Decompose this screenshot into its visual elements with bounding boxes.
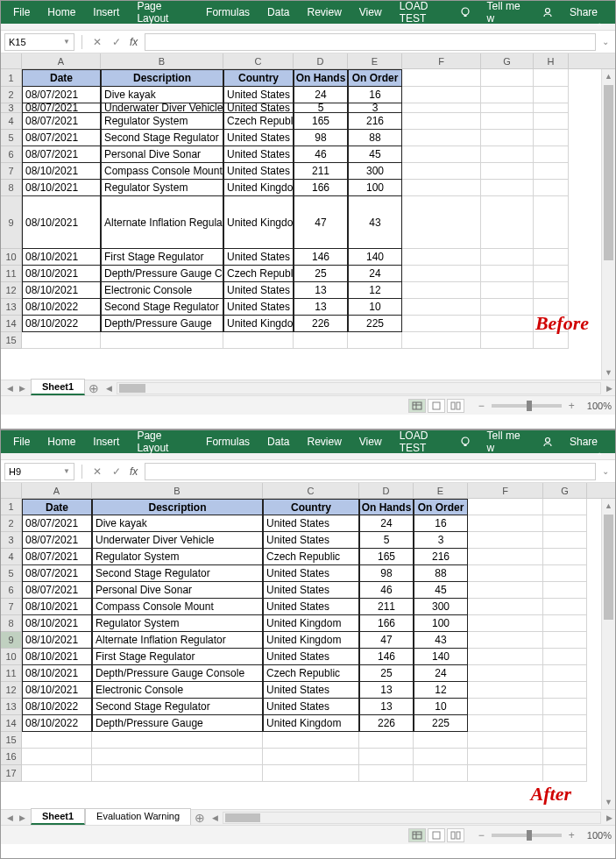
chevron-down-icon[interactable]: ▼ [63,38,70,46]
row-header-15[interactable]: 15 [1,732,22,749]
scroll-left-icon[interactable]: ◀ [209,813,221,822]
column-header-C[interactable]: C [263,483,359,498]
cell-G12[interactable] [543,682,587,699]
cell-C10[interactable]: United States [223,249,294,266]
cell-D15[interactable] [294,332,348,349]
fx-icon[interactable]: fx [130,36,138,48]
cell-F5[interactable] [402,130,481,146]
cell-C2[interactable]: United States [263,515,359,532]
cell-F5[interactable] [468,565,543,582]
cell-A16[interactable] [22,749,92,765]
cell-G4[interactable] [543,549,587,565]
cell-G2[interactable] [543,515,587,532]
cell-B15[interactable] [92,732,263,749]
page-break-view-button[interactable] [447,828,464,842]
cell-G15[interactable] [543,732,587,749]
cell-D12[interactable]: 13 [294,282,348,299]
row-header-1[interactable]: 1 [1,69,22,87]
row-header-12[interactable]: 12 [1,282,22,299]
scroll-up-icon[interactable]: ▲ [602,69,615,83]
cell-D1[interactable]: On Hands [294,69,348,87]
cell-C16[interactable] [263,749,359,765]
cell-C17[interactable] [263,765,359,782]
horizontal-scrollbar[interactable] [223,812,601,824]
row-header-2[interactable]: 2 [1,515,22,532]
cell-B2[interactable]: Dive kayak [92,515,263,532]
cell-G8[interactable] [481,180,534,196]
cell-F8[interactable] [468,615,543,632]
cell-B9[interactable]: Alternate Inflation Regulator [92,632,263,649]
cell-A1[interactable]: Date [22,499,92,515]
horizontal-scrollbar[interactable] [117,382,601,394]
cell-A2[interactable]: 08/07/2021 [22,515,92,532]
cell-H3[interactable] [534,103,569,113]
cell-C8[interactable]: United Kingdom [223,180,294,196]
column-header-E[interactable]: E [348,53,402,68]
share-icon[interactable] [542,436,554,448]
sheet-tab-evaluation-warning[interactable]: Evaluation Warning [85,808,191,825]
cell-C11[interactable]: Czech Republic [223,266,294,282]
row-header-5[interactable]: 5 [1,130,22,146]
cell-B1[interactable]: Description [101,69,223,87]
scroll-up-icon[interactable]: ▲ [602,499,615,513]
cell-D14[interactable]: 226 [294,316,348,332]
cell-G2[interactable] [481,87,534,103]
cell-A14[interactable]: 08/10/2022 [22,316,101,332]
name-box[interactable]: H9 ▼ [4,463,74,480]
cell-D6[interactable]: 46 [359,582,414,599]
cell-G3[interactable] [481,103,534,113]
cell-E4[interactable]: 216 [348,113,402,130]
zoom-level[interactable]: 100% [587,830,612,841]
formula-input[interactable] [145,33,596,51]
cell-C5[interactable]: United States [263,565,359,582]
cell-C7[interactable]: United States [223,163,294,180]
cell-B11[interactable]: Depth/Pressure Gauge Console [92,665,263,682]
normal-view-button[interactable] [408,828,426,842]
scroll-left-icon[interactable]: ◀ [103,384,115,393]
cell-A12[interactable]: 08/10/2021 [22,282,101,299]
cell-G7[interactable] [543,599,587,615]
cell-F14[interactable] [468,715,543,732]
cell-A10[interactable]: 08/10/2021 [22,649,92,665]
cell-H2[interactable] [534,87,569,103]
cell-B8[interactable]: Regulator System [92,615,263,632]
row-header-7[interactable]: 7 [1,163,22,180]
cell-B3[interactable]: Underwater Diver Vehicle [92,532,263,549]
cell-D7[interactable]: 211 [359,599,414,615]
page-layout-view-button[interactable] [428,399,445,413]
row-header-17[interactable]: 17 [1,765,22,782]
cell-C13[interactable]: United States [263,699,359,715]
cell-B8[interactable]: Regulator System [101,180,223,196]
cell-C1[interactable]: Country [263,499,359,515]
cell-F1[interactable] [402,69,481,87]
cell-G13[interactable] [481,299,534,316]
cell-A7[interactable]: 08/10/2021 [22,163,101,180]
cell-D5[interactable]: 98 [359,565,414,582]
cell-C3[interactable]: United States [223,103,294,113]
row-header-11[interactable]: 11 [1,665,22,682]
cell-D4[interactable]: 165 [294,113,348,130]
cell-G9[interactable] [481,196,534,249]
cell-E7[interactable]: 300 [348,163,402,180]
ribbon-tab-file[interactable]: File [4,1,39,24]
row-header-5[interactable]: 5 [1,565,22,582]
column-header-E[interactable]: E [414,483,468,498]
column-header-D[interactable]: D [294,53,348,68]
cell-A8[interactable]: 08/10/2021 [22,180,101,196]
cell-A15[interactable] [22,732,92,749]
cell-E13[interactable]: 10 [348,299,402,316]
cell-G6[interactable] [481,146,534,163]
cell-H9[interactable] [534,196,569,249]
cell-E4[interactable]: 216 [414,549,468,565]
cell-A9[interactable]: 08/10/2021 [22,632,92,649]
zoom-in-button[interactable]: + [565,829,578,841]
cell-C11[interactable]: Czech Republic [263,665,359,682]
formula-input[interactable] [145,463,596,480]
ribbon-tab-file[interactable]: File [4,430,39,453]
cell-H11[interactable] [534,266,569,282]
cell-E14[interactable]: 225 [348,316,402,332]
cell-E3[interactable]: 3 [348,103,402,113]
row-header-10[interactable]: 10 [1,249,22,266]
cell-G14[interactable] [543,715,587,732]
cell-C15[interactable] [223,332,294,349]
